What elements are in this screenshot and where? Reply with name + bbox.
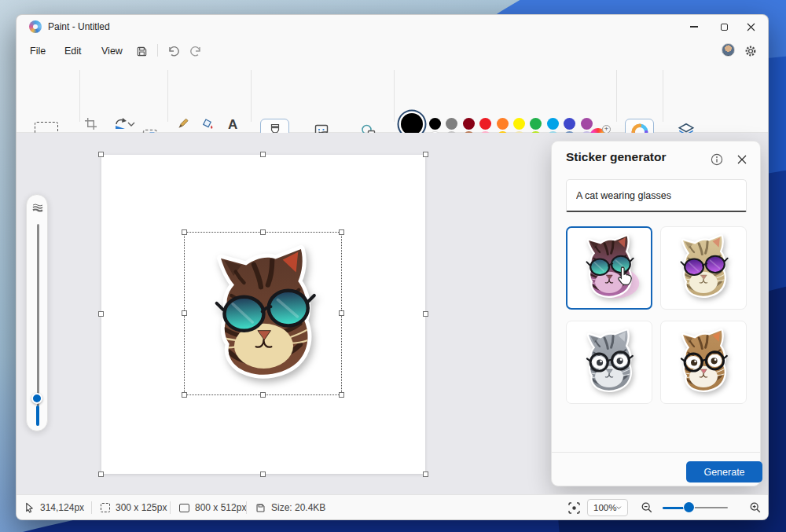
foreground-color-swatch[interactable] [401, 113, 423, 135]
zoom-out-button[interactable] [641, 495, 653, 520]
resize-handle[interactable] [339, 310, 344, 316]
resize-handle[interactable] [182, 229, 187, 235]
ribbon-separator [79, 70, 80, 122]
resize-handle[interactable] [182, 392, 187, 398]
pencil-icon [175, 117, 189, 131]
undo-button[interactable] [165, 43, 181, 59]
selection-size-value: 300 x 125px [116, 502, 167, 513]
resize-handle[interactable] [423, 471, 428, 477]
menu-file[interactable]: File [23, 42, 53, 59]
color-swatch[interactable] [513, 118, 525, 130]
status-separator [246, 501, 247, 514]
color-swatch[interactable] [479, 118, 491, 130]
zoom-dropdown-chevron-icon [616, 505, 622, 510]
paint-logo-icon [29, 20, 42, 33]
generate-button[interactable]: Generate [686, 461, 762, 482]
resize-handle[interactable] [260, 471, 266, 477]
redo-icon [190, 45, 203, 57]
color-swatch[interactable] [581, 118, 593, 130]
menu-bar: File Edit View [17, 39, 768, 62]
color-swatch[interactable] [547, 118, 559, 130]
undo-icon [167, 45, 179, 57]
selection-size: 300 x 125px [101, 495, 167, 520]
resize-handle[interactable] [423, 311, 428, 317]
save-button[interactable] [134, 43, 149, 59]
color-swatch[interactable] [530, 118, 542, 130]
ribbon-separator [394, 70, 395, 122]
cursor-position: 314,124px [24, 495, 84, 520]
pencil-button[interactable] [175, 117, 189, 131]
user-avatar[interactable] [722, 43, 735, 57]
thumbnail-cat-image [667, 229, 740, 306]
minimize-button[interactable] [681, 18, 707, 35]
file-size-icon [255, 503, 266, 513]
maximize-icon [721, 24, 728, 31]
resize-handle[interactable] [423, 152, 428, 157]
color-swatch[interactable] [497, 118, 509, 130]
resize-handle[interactable] [98, 471, 104, 477]
thickness-slider-thumb[interactable] [31, 393, 42, 404]
title-bar: Paint - Untitled [17, 15, 768, 39]
resize-handle[interactable] [260, 152, 266, 157]
zoom-out-icon [641, 501, 653, 514]
ribbon-separator [167, 70, 168, 122]
menu-view[interactable]: View [94, 42, 130, 59]
window-title: Paint - Untitled [48, 21, 110, 32]
maximize-button[interactable] [711, 18, 736, 35]
resize-handle[interactable] [182, 310, 187, 316]
status-separator [91, 501, 92, 514]
zoom-level-dropdown[interactable]: 100% [587, 499, 628, 516]
selection-region[interactable] [184, 232, 342, 395]
settings-button[interactable] [743, 43, 758, 59]
file-size-value: Size: 20.4KB [271, 502, 325, 513]
color-swatch[interactable] [564, 118, 575, 130]
zoom-in-icon [749, 501, 762, 514]
thickness-slider-track[interactable] [37, 224, 39, 406]
rotate-chevron-icon[interactable] [127, 122, 135, 127]
fill-button[interactable] [200, 117, 215, 131]
redo-button[interactable] [189, 43, 204, 59]
resize-handle[interactable] [260, 229, 266, 235]
close-button[interactable] [738, 18, 763, 35]
ribbon-separator [251, 70, 252, 122]
zoom-slider-thumb[interactable] [684, 502, 694, 512]
sticker-thumbnail-3[interactable] [566, 321, 652, 404]
zoom-in-button[interactable] [749, 495, 762, 520]
resize-handle[interactable] [339, 392, 344, 398]
cursor-position-value: 314,124px [40, 502, 84, 513]
sticker-thumbnail-1[interactable] [566, 226, 652, 310]
color-swatch[interactable] [429, 118, 441, 130]
minimize-icon [690, 26, 698, 27]
info-button[interactable] [708, 151, 725, 168]
resize-handle[interactable] [98, 152, 104, 157]
canvas-workspace: Sticker generator Generate [17, 133, 768, 496]
status-separator [170, 501, 171, 514]
drawing-canvas[interactable] [101, 155, 425, 474]
hand-cursor-icon [616, 266, 634, 286]
crop-button[interactable] [84, 117, 97, 130]
fit-screen-icon [567, 501, 581, 515]
color-swatch[interactable] [446, 118, 457, 130]
color-swatch[interactable] [463, 118, 475, 130]
rotate-button[interactable] [113, 117, 127, 131]
selection-size-icon [101, 503, 110, 512]
resize-handle[interactable] [98, 311, 104, 317]
thickness-slider-panel [26, 194, 48, 431]
close-icon [737, 155, 747, 164]
status-bar: 314,124px 300 x 125px 800 x 512px Size: … [17, 494, 768, 519]
sticker-thumbnail-2[interactable] [660, 226, 747, 310]
resize-handle[interactable] [260, 392, 266, 398]
sticker-thumbnail-4[interactable] [660, 321, 747, 404]
sticker-prompt-input[interactable] [566, 179, 747, 212]
save-icon [136, 46, 148, 57]
text-tool-button[interactable]: A [228, 117, 237, 133]
paint-window: Paint - Untitled File Edit View [16, 14, 769, 520]
thickness-slider-fill [36, 405, 39, 426]
fit-to-screen-button[interactable] [567, 495, 581, 520]
thumbnail-cat-image [573, 229, 645, 306]
canvas-size-value: 800 x 512px [195, 502, 246, 513]
cursor-icon [24, 502, 35, 513]
resize-handle[interactable] [339, 229, 344, 235]
panel-close-button[interactable] [733, 151, 751, 168]
menu-edit[interactable]: Edit [57, 42, 89, 59]
